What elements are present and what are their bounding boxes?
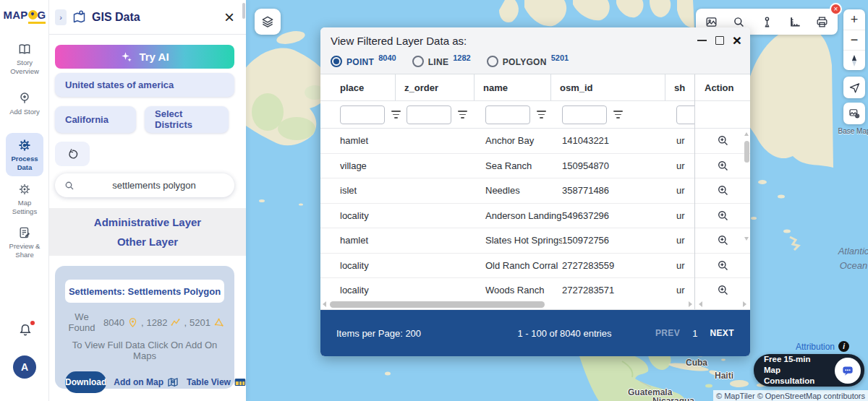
panel-header: › GIS Data ×: [49, 0, 246, 35]
table-header-row: place z_order name osm_id sh: [320, 74, 694, 101]
column-header-z-order[interactable]: z_order: [395, 74, 485, 100]
try-ai-button[interactable]: Try AI: [55, 45, 234, 69]
state-button[interactable]: California: [55, 106, 136, 133]
cell-sh: ur: [676, 235, 694, 246]
column-header-name[interactable]: name: [474, 74, 562, 100]
vertical-scrollbar[interactable]: [744, 132, 749, 241]
radio-point[interactable]: POINT 8040: [331, 55, 396, 67]
cell-name: Sea Ranch: [485, 160, 562, 171]
compass-icon[interactable]: [843, 50, 865, 70]
toolbar-close-badge[interactable]: ×: [830, 3, 842, 15]
layer-name[interactable]: Settlements: Settlements Polygon: [65, 280, 224, 303]
preview-share-icon: [17, 225, 32, 240]
screenshot-icon[interactable]: [705, 15, 718, 29]
filter-input-sh[interactable]: [676, 105, 694, 124]
cell-sh: ur: [676, 160, 694, 171]
zoom-out-button[interactable]: −: [843, 30, 865, 50]
map-label-haiti: Haiti: [715, 371, 733, 381]
zoom-to-feature-button[interactable]: [695, 204, 750, 229]
table-row[interactable]: localityAnderson Landing549637296ur: [320, 204, 694, 229]
column-header-osm-id[interactable]: osm_id: [550, 74, 676, 100]
collapse-chevron-icon[interactable]: ›: [55, 9, 67, 25]
point-icon: [127, 317, 138, 328]
chat-icon: [835, 358, 861, 384]
filter-input-z-order[interactable]: [407, 105, 451, 124]
consultation-button[interactable]: Free 15-min Map Consultation: [754, 354, 864, 387]
cell-name: Needles: [485, 185, 562, 196]
layers-icon: [260, 14, 275, 29]
select-districts-button[interactable]: Select Districts: [145, 106, 229, 133]
table-row[interactable]: localityWoods Ranch2727283571ur: [320, 278, 694, 299]
add-on-map-button[interactable]: Add on Map: [114, 376, 179, 389]
magnify-plus-icon: [716, 184, 730, 197]
basemap-button[interactable]: [843, 103, 865, 124]
minimize-icon[interactable]: [697, 40, 707, 41]
cell-sh: ur: [676, 185, 694, 196]
layers-button[interactable]: [255, 9, 281, 35]
locate-button[interactable]: [843, 77, 865, 98]
radio-line[interactable]: LINE 1282: [412, 55, 471, 67]
filter-input-place[interactable]: [340, 105, 385, 124]
pegman-icon[interactable]: [760, 15, 774, 29]
zoom-to-feature-button[interactable]: [695, 129, 750, 154]
avatar[interactable]: A: [13, 355, 36, 379]
sidebar-item-add-story[interactable]: Add Story: [6, 91, 43, 116]
filter-input-osm-id[interactable]: [562, 105, 607, 124]
next-button[interactable]: NEXT: [710, 328, 734, 338]
filter-input-name[interactable]: [485, 105, 530, 124]
map-settings-icon: [17, 182, 32, 197]
panel-close-icon[interactable]: ×: [221, 9, 237, 26]
download-button[interactable]: Download: [65, 371, 106, 393]
cell-place: locality: [340, 260, 407, 271]
table-row[interactable]: localityOld Ranch Corral2727283559ur: [320, 254, 694, 279]
maximize-icon[interactable]: [715, 36, 724, 45]
zoom-to-feature-button[interactable]: [695, 228, 750, 254]
page-number[interactable]: 1: [692, 328, 697, 339]
sidebar-item-preview-share[interactable]: Preview & Share: [6, 225, 43, 259]
radio-polygon[interactable]: POLYGON 5201: [487, 55, 569, 67]
table-view-button[interactable]: Table View: [187, 376, 247, 389]
layer-result-card: Settlements: Settlements Polygon We Foun…: [55, 266, 234, 389]
panel-scrollbar[interactable]: [242, 3, 245, 19]
zoom-in-button[interactable]: +: [843, 9, 865, 30]
table-row[interactable]: hamletAnchor Bay141043221ur: [320, 129, 694, 154]
search-icon[interactable]: [732, 15, 746, 29]
items-per-page[interactable]: Items per Page: 200: [336, 328, 474, 339]
column-header-sh[interactable]: sh: [665, 74, 694, 100]
country-button[interactable]: United states of america: [55, 73, 234, 97]
app-logo[interactable]: MAPG: [0, 9, 49, 21]
table-action-pane: Action: [694, 74, 750, 299]
zoom-to-feature-button[interactable]: [695, 254, 750, 279]
close-icon[interactable]: ×: [733, 36, 741, 45]
search-input[interactable]: [82, 180, 226, 191]
section-administrative-layer[interactable]: Administrative Layer: [94, 216, 201, 228]
filter-icon[interactable]: [613, 111, 623, 118]
table-row[interactable]: hamletSlates Hot Springs150972756ur: [320, 228, 694, 254]
section-other-layer[interactable]: Other Layer: [117, 236, 178, 248]
attribution-link[interactable]: Attribution: [796, 342, 835, 352]
table-row[interactable]: villageSea Ranch150954870ur: [320, 154, 694, 179]
filtered-data-modal: View Filtered Layer Data as: × POINT 804…: [320, 27, 750, 356]
print-icon[interactable]: [815, 15, 829, 29]
zoom-to-feature-button[interactable]: [695, 178, 750, 204]
sidebar-item-story-overview[interactable]: Story Overview: [6, 42, 43, 76]
horizontal-scrollbar[interactable]: [320, 299, 750, 310]
zoom-to-feature-button[interactable]: [695, 154, 750, 179]
filter-icon[interactable]: [458, 111, 467, 118]
info-icon[interactable]: i: [838, 341, 849, 352]
sidebar-item-map-settings[interactable]: Map Settings: [6, 182, 43, 216]
prev-button[interactable]: PREV: [655, 328, 680, 338]
filter-icon[interactable]: [537, 111, 546, 118]
zoom-to-feature-button[interactable]: [695, 278, 750, 299]
notifications-button[interactable]: [17, 322, 33, 340]
measure-icon[interactable]: [788, 15, 801, 29]
table-data-pane: place z_order name osm_id sh hamletAncho…: [320, 74, 694, 299]
magnify-plus-icon: [716, 159, 730, 173]
table-filter-row: [320, 101, 694, 129]
line-icon: [170, 317, 181, 328]
undo-button[interactable]: [55, 142, 90, 166]
map-icon: [166, 376, 179, 389]
table-row[interactable]: isletNeedles358771486ur: [320, 178, 694, 204]
filter-icon[interactable]: [391, 111, 401, 118]
sidebar-item-process-data[interactable]: Process Data: [6, 133, 43, 176]
